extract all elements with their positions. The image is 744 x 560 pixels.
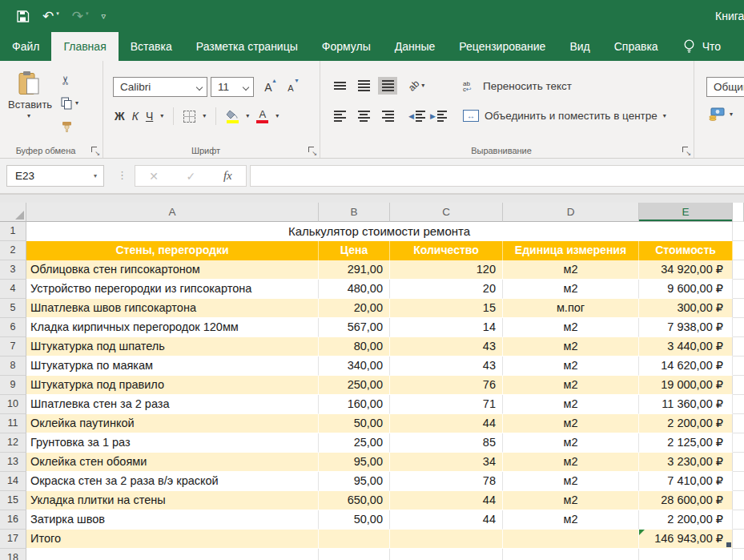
- tell-me[interactable]: Что: [683, 32, 721, 61]
- align-top-button[interactable]: [330, 77, 349, 95]
- font-size-combobox[interactable]: 11: [211, 77, 254, 97]
- increase-indent-button[interactable]: ▶: [430, 111, 447, 122]
- grid-sliver-cell[interactable]: [733, 453, 744, 472]
- undo-button[interactable]: ↶ ▾: [42, 10, 59, 23]
- cell-A13[interactable]: Оклейка стен обоями: [26, 453, 319, 472]
- header-cell-C2[interactable]: Количество: [390, 241, 503, 260]
- row-header-1[interactable]: 1: [0, 222, 26, 241]
- cell-D12[interactable]: м2: [503, 433, 639, 453]
- column-header-C[interactable]: C: [390, 203, 503, 222]
- cell-E8[interactable]: 14 620,00 ₽: [639, 357, 733, 376]
- row-header-2[interactable]: 2: [0, 241, 26, 260]
- tab-вид[interactable]: Вид: [557, 32, 601, 61]
- cell-C10[interactable]: 71: [390, 395, 503, 414]
- cell-B6[interactable]: 567,00: [319, 318, 390, 337]
- row-header-13[interactable]: 13: [0, 453, 26, 472]
- grid-sliver-cell[interactable]: [733, 299, 744, 318]
- cell-E17[interactable]: 146 943,00 ₽: [639, 530, 733, 549]
- grid-sliver-cell[interactable]: [733, 318, 744, 337]
- font-dialog-launcher[interactable]: [308, 146, 316, 155]
- format-painter-button[interactable]: [61, 120, 78, 133]
- column-header-B[interactable]: B: [319, 203, 390, 222]
- align-middle-button[interactable]: [354, 77, 373, 95]
- cell-D8[interactable]: м2: [503, 357, 639, 376]
- cell-A3[interactable]: Облицовка стен гипсокартоном: [26, 260, 319, 280]
- cell-A12[interactable]: Грунтовка за 1 раз: [26, 433, 319, 453]
- font-name-combobox[interactable]: Calibri: [113, 77, 207, 97]
- cell-E10[interactable]: 11 360,00 ₽: [639, 395, 733, 414]
- tab-рецензирование[interactable]: Рецензирование: [447, 32, 557, 61]
- cell-A7[interactable]: Штукатурка под шпатель: [26, 337, 319, 357]
- cell-B9[interactable]: 250,00: [319, 376, 390, 395]
- cell-C8[interactable]: 43: [390, 357, 503, 376]
- formula-bar-grip[interactable]: ⋮: [117, 169, 127, 181]
- row-header-18[interactable]: 18: [0, 549, 26, 560]
- cell-C16[interactable]: 44: [390, 510, 503, 530]
- row-header-7[interactable]: 7: [0, 337, 26, 357]
- grow-font-button[interactable]: А ▲: [260, 81, 276, 94]
- cell-D7[interactable]: м2: [503, 337, 639, 357]
- enter-button[interactable]: ✓: [187, 170, 196, 183]
- cell-E6[interactable]: 7 938,00 ₽: [639, 318, 733, 337]
- cell-B12[interactable]: 25,00: [319, 433, 390, 453]
- grid-sliver-cell[interactable]: [733, 260, 744, 280]
- tab-формулы[interactable]: Формулы: [310, 32, 383, 61]
- cell-B3[interactable]: 291,00: [319, 260, 390, 280]
- cell-C12[interactable]: 85: [390, 433, 503, 453]
- cell-D14[interactable]: м2: [503, 472, 639, 491]
- grid-sliver-cell[interactable]: [733, 472, 744, 491]
- cell-A8[interactable]: Штукатурка по маякам: [26, 357, 319, 376]
- tab-разметка-страницы[interactable]: Разметка страницы: [184, 32, 310, 61]
- row-header-16[interactable]: 16: [0, 510, 26, 530]
- row-header-11[interactable]: 11: [0, 414, 26, 433]
- formula-input[interactable]: [250, 165, 744, 187]
- align-right-button[interactable]: [378, 107, 397, 125]
- cell-E12[interactable]: 2 125,00 ₽: [639, 433, 733, 453]
- cell-E5[interactable]: 300,00 ₽: [639, 299, 733, 318]
- tab-данные[interactable]: Данные: [383, 32, 448, 61]
- copy-button[interactable]: ▾: [61, 97, 78, 110]
- cell-B4[interactable]: 480,00: [319, 280, 390, 299]
- cell-A5[interactable]: Шпатлевка швов гипсокартона: [26, 299, 319, 318]
- align-center-button[interactable]: [354, 107, 373, 125]
- cell-D10[interactable]: м2: [503, 395, 639, 414]
- grid-sliver-cell[interactable]: [733, 414, 744, 433]
- cell-A6[interactable]: Кладка кирпичных перегородок 120мм: [26, 318, 319, 337]
- cell-C14[interactable]: 78: [390, 472, 503, 491]
- fill-handle[interactable]: [726, 542, 731, 547]
- cell-A16[interactable]: Затирка швов: [26, 510, 319, 530]
- tab-вставка[interactable]: Вставка: [119, 32, 184, 61]
- column-header-E[interactable]: E: [639, 203, 733, 222]
- alignment-dialog-launcher[interactable]: [682, 146, 690, 155]
- save-button[interactable]: [16, 10, 30, 23]
- insert-function-button[interactable]: fx: [223, 169, 232, 183]
- customize-qat-button[interactable]: ▿: [102, 11, 107, 22]
- tab-главная[interactable]: Главная: [51, 32, 118, 61]
- cell-D18[interactable]: [503, 549, 639, 560]
- grid-sliver-cell[interactable]: [733, 491, 744, 510]
- cell-A11[interactable]: Оклейка паутинкой: [26, 414, 319, 433]
- cell-E3[interactable]: 34 920,00 ₽: [639, 260, 733, 280]
- italic-button[interactable]: К: [132, 110, 139, 123]
- cell-C9[interactable]: 76: [390, 376, 503, 395]
- row-header-15[interactable]: 15: [0, 491, 26, 510]
- cell-E13[interactable]: 3 230,00 ₽: [639, 453, 733, 472]
- cell-B8[interactable]: 340,00: [319, 357, 390, 376]
- cell-A18[interactable]: [26, 549, 319, 560]
- cell-E11[interactable]: 2 200,00 ₽: [639, 414, 733, 433]
- cell-D6[interactable]: м2: [503, 318, 639, 337]
- cell-C17[interactable]: [390, 530, 503, 549]
- grid-sliver-cell[interactable]: [733, 510, 744, 530]
- align-left-button[interactable]: [330, 107, 349, 125]
- row-header-14[interactable]: 14: [0, 472, 26, 491]
- underline-button[interactable]: Ч: [146, 110, 153, 123]
- grid-sliver-cell[interactable]: [733, 241, 744, 260]
- cell-A4[interactable]: Устройство перегородки из гипсокартона: [26, 280, 319, 299]
- cell-E9[interactable]: 19 000,00 ₽: [639, 376, 733, 395]
- column-header-sliver[interactable]: [733, 203, 744, 222]
- cell-B16[interactable]: 50,00: [319, 510, 390, 530]
- cell-E7[interactable]: 3 440,00 ₽: [639, 337, 733, 357]
- grid-sliver-cell[interactable]: [733, 395, 744, 414]
- orientation-button[interactable]: ab ▾: [408, 80, 424, 91]
- row-header-10[interactable]: 10: [0, 395, 26, 414]
